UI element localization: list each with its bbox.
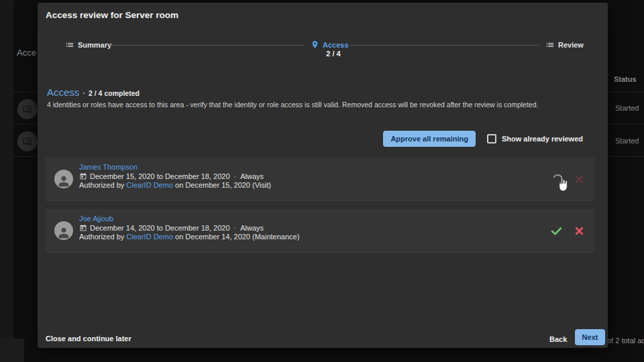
avatar (54, 221, 73, 240)
access-review-item-icon (17, 99, 38, 119)
approve-button[interactable] (550, 225, 563, 237)
x-icon (574, 225, 585, 237)
entry-schedule: Always (240, 172, 264, 180)
checkbox-unchecked[interactable] (487, 134, 496, 143)
step-connector (349, 45, 540, 46)
screen: Acce Status Started Started of 2 total a… (0, 0, 644, 362)
person-icon (56, 174, 71, 188)
identity-name-link[interactable]: Joe Ajjoub (79, 215, 113, 223)
entry-bullet: · (234, 172, 237, 180)
person-icon (56, 225, 71, 240)
section-bullet: · (83, 89, 85, 97)
list-icon (545, 40, 555, 50)
badge-search-icon (22, 104, 33, 115)
section-title: Access (47, 86, 79, 98)
identity-name-link[interactable]: James Thompson (79, 163, 138, 171)
entry-date-range: December 15, 2020 to December 18, 2020 (90, 172, 230, 180)
access-entry-row: Joe Ajjoub December 14, 2020 to December… (46, 209, 594, 252)
calendar-icon (79, 172, 87, 180)
authorized-prefix: Authorized by (79, 233, 124, 241)
reject-button-disabled[interactable] (574, 174, 585, 185)
badge-search-icon (22, 136, 33, 147)
spinner-icon (551, 172, 564, 185)
entry-date-range: December 14, 2020 to December 18, 2020 (90, 224, 230, 232)
next-button[interactable]: Next (575, 329, 605, 345)
backdrop-status-column-header: Status (614, 75, 637, 83)
section-description: 4 identities or roles have access to thi… (47, 101, 594, 109)
step-summary-label: Summary (78, 41, 111, 49)
approve-all-remaining-button[interactable]: Approve all remaining (383, 131, 476, 147)
entry-bullet: · (234, 224, 237, 232)
section-header: Access · 2 / 4 completed (47, 86, 140, 98)
backdrop-page-title: Acce (17, 48, 36, 58)
backdrop-footer-corner (0, 339, 24, 362)
backdrop-status-value: Started (615, 104, 639, 112)
calendar-icon (79, 224, 87, 232)
entry-schedule: Always (240, 224, 264, 232)
show-already-reviewed-label: Show already reviewed (502, 135, 583, 143)
authorized-by-link[interactable]: ClearID Demo (126, 181, 173, 189)
location-pin-icon (311, 40, 319, 49)
backdrop-pagination-text: of 2 total ac (607, 337, 644, 345)
step-access-label: Access (323, 41, 349, 49)
check-icon (550, 225, 563, 237)
authorized-prefix: Authorized by (79, 181, 124, 189)
list-icon (65, 40, 74, 50)
entry-actions (553, 158, 585, 200)
step-summary[interactable]: Summary (65, 40, 111, 50)
entry-details: James Thompson December 15, 2020 to Dece… (79, 163, 271, 190)
backdrop-sidebar (0, 0, 13, 362)
approve-pending-spinner[interactable] (553, 174, 563, 184)
review-controls: Approve all remaining Show already revie… (383, 131, 583, 147)
close-continue-later-button[interactable]: Close and continue later (46, 335, 131, 343)
step-review-label: Review (558, 41, 584, 49)
authorized-suffix: on December 14, 2020 (Maintenance) (175, 233, 299, 241)
step-access[interactable]: Access (311, 40, 349, 49)
access-entry-row: James Thompson December 15, 2020 to Dece… (46, 158, 594, 200)
step-access-progress: 2 / 4 (319, 50, 347, 58)
avatar (54, 170, 73, 188)
entry-details: Joe Ajjoub December 14, 2020 to December… (79, 215, 299, 242)
reject-button[interactable] (574, 225, 585, 237)
entry-actions (550, 209, 585, 252)
access-review-item-icon (17, 131, 38, 152)
access-review-dialog: Access review for Server room Summary Ac… (38, 3, 608, 348)
show-already-reviewed-toggle[interactable]: Show already reviewed (487, 134, 583, 143)
back-button[interactable]: Back (544, 331, 572, 347)
x-icon (574, 174, 585, 185)
dialog-title: Access review for Server room (46, 10, 178, 20)
section-progress: 2 / 4 completed (89, 89, 140, 97)
step-connector (109, 45, 304, 46)
backdrop-status-value: Started (615, 137, 639, 145)
step-review[interactable]: Review (545, 40, 584, 50)
authorized-by-link[interactable]: ClearID Demo (126, 233, 173, 241)
authorized-suffix: on December 15, 2020 (Visit) (175, 181, 271, 189)
